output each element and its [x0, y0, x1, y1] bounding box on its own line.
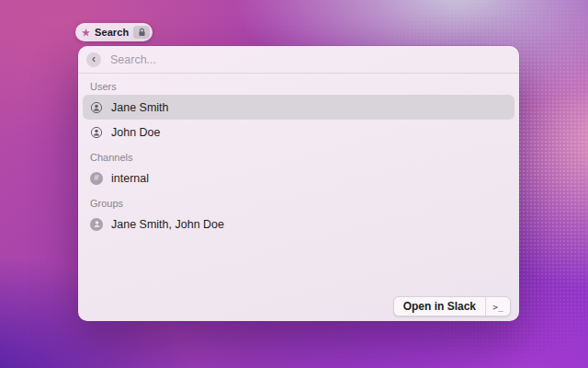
list-item-label: Jane Smith: [111, 101, 169, 114]
section-label-users: Users: [90, 81, 507, 93]
enter-shortcut-icon: >_: [486, 302, 510, 312]
search-pill-label: Search: [95, 27, 129, 38]
section-label-groups: Groups: [90, 198, 507, 210]
results-list: Users Jane Smith: [78, 81, 519, 236]
list-item-label: Jane Smith, John Doe: [111, 218, 224, 231]
list-item-user[interactable]: John Doe: [83, 120, 514, 144]
back-button[interactable]: ‹: [86, 52, 101, 67]
list-item-label: John Doe: [111, 126, 161, 139]
search-bar: ‹: [78, 46, 519, 74]
user-icon: [90, 126, 103, 139]
open-in-slack-button[interactable]: Open in Slack >_: [393, 296, 511, 316]
search-input[interactable]: [110, 53, 511, 66]
list-item-channel[interactable]: # internal: [83, 166, 514, 190]
open-in-slack-label: Open in Slack: [394, 300, 485, 313]
user-icon: [90, 101, 103, 114]
desktop-wallpaper: Search ‹ Users J: [0, 0, 588, 368]
star-icon: [82, 29, 90, 37]
list-item-user[interactable]: Jane Smith: [83, 95, 514, 120]
list-item-label: internal: [111, 172, 149, 185]
search-panel: ‹ Users Jane Smith: [78, 46, 519, 321]
lock-icon[interactable]: [133, 26, 150, 39]
section-label-channels: Channels: [90, 152, 507, 164]
list-item-group[interactable]: Jane Smith, John Doe: [83, 212, 514, 236]
group-icon: [90, 218, 103, 231]
search-pill[interactable]: Search: [75, 23, 153, 41]
hash-icon: #: [90, 172, 103, 185]
